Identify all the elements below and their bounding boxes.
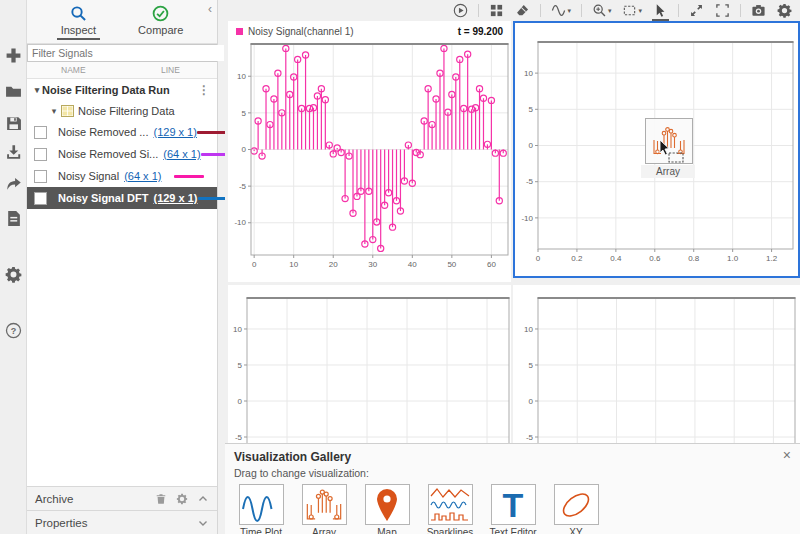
subplot-noisy-signal[interactable]: Noisy Signal(channel 1) t = 99.200 -10-5… [228,21,511,282]
zoom-icon [592,3,607,18]
signal-dims-link[interactable]: (129 x 1) [153,192,197,204]
tab-inspect[interactable]: Inspect [57,5,100,43]
stem-chart[interactable]: -10-505100102030405060 [228,41,511,281]
tab-inspect-label: Inspect [57,24,100,40]
toolbar-separator [540,4,541,17]
array-tile[interactable] [302,484,347,525]
signal-checkbox[interactable] [34,192,47,205]
collapse-up-icon[interactable] [197,493,209,505]
svg-text:-10: -10 [521,214,533,223]
svg-text:20: 20 [329,260,338,269]
archive-bar[interactable]: Archive [27,486,217,510]
svg-text:10: 10 [237,72,246,81]
svg-text:1.2: 1.2 [766,254,778,263]
signal-table-header: NAME LINE [27,62,217,79]
signal-dims-link[interactable]: (64 x 1) [163,148,200,160]
svg-text:-5: -5 [239,182,247,191]
svg-text:50: 50 [447,260,456,269]
xy-tile[interactable] [554,484,599,525]
signal-checkbox[interactable] [34,170,47,183]
chevron-down-icon: ▾ [608,7,612,15]
plot-settings-button[interactable] [776,2,793,20]
expand-plot-button[interactable] [688,2,705,20]
snapshot-button[interactable] [750,2,767,20]
legend: Noisy Signal(channel 1) t = 99.200 [228,21,511,41]
legend-label: Noisy Signal(channel 1) [248,26,354,37]
layout-grid-button[interactable] [488,2,505,20]
save-icon [5,115,22,132]
toolbar-separator [478,4,479,17]
plot-toolbar: ▾ ▾ ▾ [225,0,800,21]
add-button[interactable] [3,46,23,64]
data-inspector-window: ? Inspect Compare ‹ NAME LINE ▾ Noise Fi… [0,0,800,534]
signal-row-selected[interactable]: Noisy Signal DFT (129 x 1) [27,187,217,209]
open-button[interactable] [3,82,23,100]
signal-name: Noisy Signal [58,170,119,182]
signal-dims-link[interactable]: (64 x 1) [124,170,161,182]
fullscreen-button[interactable] [714,2,731,20]
fit-view-icon [622,3,637,18]
zoom-button[interactable]: ▾ [591,2,613,20]
time-plot-icon [241,487,281,523]
svg-text:0: 0 [238,397,243,406]
signal-name: Noisy Signal DFT [58,192,148,204]
tab-compare[interactable]: Compare [134,5,187,43]
report-icon [5,210,22,227]
add-icon [5,47,22,64]
signal-name: Noise Removed ... [58,126,148,138]
expand-down-icon[interactable] [197,517,209,529]
group-row[interactable]: ▾ Noise Filtering Data [27,100,217,121]
signal-row[interactable]: Noise Removed ... (129 x 1) [27,121,217,143]
collapse-panel-icon[interactable]: ‹ [208,2,212,16]
expander-icon[interactable]: ▾ [32,85,42,95]
xy-icon [556,487,596,523]
trash-icon[interactable] [155,493,167,505]
svg-text:5: 5 [529,361,534,370]
time-plot-tile[interactable] [239,484,284,525]
gear-icon[interactable] [176,493,188,505]
expander-icon[interactable]: ▾ [49,106,59,116]
sparklines-tile[interactable] [428,484,473,525]
left-toolbar: ? [0,0,27,534]
save-button[interactable] [3,114,23,132]
svg-text:?: ? [10,325,16,335]
report-button[interactable] [3,209,23,227]
export-button[interactable] [3,175,23,193]
close-icon[interactable]: × [783,449,791,461]
signal-checkbox[interactable] [34,148,47,161]
eraser-icon [515,3,530,18]
help-button[interactable]: ? [3,321,23,339]
run-label: Noise Filtering Data Run [42,84,170,96]
gear-icon [777,3,792,18]
signal-row[interactable]: Noise Removed Si... (64 x 1) [27,143,217,165]
svg-text:10: 10 [233,325,242,334]
cursor-tool-button[interactable] [652,3,669,21]
svg-text:-5: -5 [526,177,534,186]
preferences-button[interactable] [3,265,23,283]
signal-checkbox[interactable] [34,126,47,139]
properties-bar[interactable]: Properties [27,510,217,534]
map-tile[interactable] [365,484,410,525]
gallery-item-sparklines: Sparklines [423,484,477,534]
run-button[interactable] [452,2,469,20]
run-row[interactable]: ▾ Noise Filtering Data Run ⋮ [27,79,217,100]
clear-plots-button[interactable] [514,2,531,20]
gallery-item-text-editor: T Text Editor [486,484,540,534]
check-circle-icon [152,5,169,22]
group-label: Noise Filtering Data [78,105,175,117]
properties-label: Properties [35,517,87,529]
fit-to-view-button[interactable]: ▾ [621,2,643,20]
tile-label: Text Editor [489,527,536,534]
filter-signals-input[interactable] [28,45,224,61]
svg-text:5: 5 [242,109,247,118]
sidebar-tabs: Inspect Compare ‹ [27,0,217,44]
text-editor-tile[interactable]: T [491,484,536,525]
subplot-drop-target-selected[interactable]: -10-5051000.20.40.60.81.01.2 Array [513,21,800,278]
signal-display-button[interactable]: ▾ [550,2,572,20]
svg-text:5: 5 [238,361,243,370]
toolbar-separator [678,4,679,17]
signal-dims-link[interactable]: (129 x 1) [153,126,196,138]
signal-row[interactable]: Noisy Signal (64 x 1) [27,165,217,187]
run-menu-icon[interactable]: ⋮ [198,85,210,95]
import-button[interactable] [3,142,23,160]
